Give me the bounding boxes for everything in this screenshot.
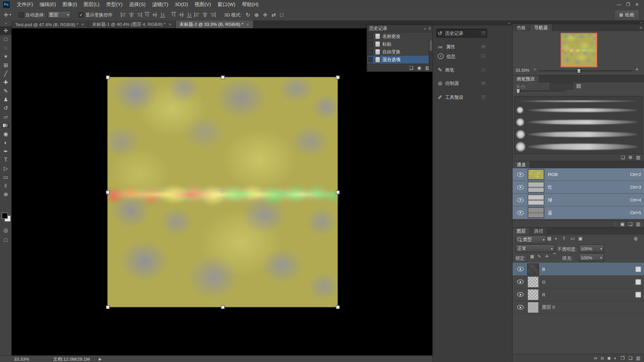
3d-rotate-icon[interactable]: ↻ [246,12,250,17]
maximize-icon[interactable]: ❐ [624,2,633,7]
brush-panel-toggle-icon[interactable]: ▤ [576,83,581,88]
collapse-panel-icon[interactable]: » [424,26,426,31]
menu-select[interactable]: 选择(S) [126,0,149,9]
menu-image[interactable]: 图像(I) [59,0,80,9]
dock-button-info[interactable]: i 信息 [436,52,487,61]
3d-roll-icon[interactable]: ⊕ [254,12,259,17]
new-document-from-state-icon[interactable]: ❏ [409,65,413,70]
3d-scale-icon[interactable]: □ [280,12,283,17]
tab-layers[interactable]: 图层 [513,228,530,235]
quick-mask-button[interactable]: ◎ [0,226,11,234]
tool-crop[interactable]: ⊞ [0,61,11,69]
layer-row-layer0[interactable]: 图层 0 [513,301,644,314]
distribute-middle-icon[interactable] [179,12,184,18]
visibility-eye-icon[interactable] [517,172,524,177]
collapse-dock-icon[interactable]: » [640,20,642,24]
load-selection-icon[interactable]: ◌ [614,222,616,226]
adjustment-layer-icon[interactable]: ◐ [614,356,617,360]
lock-transparent-icon[interactable]: ▦ [530,254,534,258]
color-swatches[interactable] [2,213,11,222]
distribute-center-icon[interactable] [202,12,208,17]
panel-menu-icon[interactable]: ≡ [637,25,644,30]
history-item-selected[interactable]: 混合选项 [367,56,433,64]
history-source-checkbox[interactable] [368,42,372,46]
tool-path-select[interactable]: ▷ [0,164,11,173]
layer-row-g[interactable]: G [513,276,644,289]
tool-dodge[interactable]: ◐ [0,138,11,147]
new-doc-icon[interactable]: ❏ [621,155,625,159]
tool-move[interactable]: ✛ [0,26,11,35]
history-item[interactable]: 粘贴 [367,40,433,48]
new-layer-icon[interactable]: ❏ [628,356,632,360]
close-tab-icon[interactable]: ✕ [169,22,172,26]
tab-paths[interactable]: 路径 [530,228,548,235]
tab-swatches[interactable]: 色板 [513,24,530,31]
save-selection-icon[interactable]: ▣ [620,222,625,226]
transform-handle-bottom-right[interactable] [336,305,340,309]
tool-marquee[interactable]: □ [0,35,11,44]
tool-pen[interactable]: ✒ [0,147,11,156]
filter-adjustment-layers-icon[interactable]: ◐ [555,236,557,241]
add-layer-mask-icon[interactable]: ◙ [608,356,610,360]
tool-lasso[interactable]: ◌ [0,44,11,52]
delete-channel-icon[interactable]: ▥ [636,222,640,226]
align-bottom-icon[interactable] [160,12,165,18]
dock-button-brush[interactable]: ✎ 画笔 [436,65,487,74]
history-source-checkbox[interactable] [368,57,372,62]
align-left-icon[interactable] [121,12,127,17]
layer-row-b-selected[interactable]: B [513,263,644,276]
status-zoom-value[interactable]: 33.33% [14,357,30,362]
align-right-icon[interactable] [137,12,142,17]
close-tab-icon[interactable]: ✕ [246,22,249,26]
transform-handle-bottom-left[interactable] [106,305,110,309]
transform-handle-middle-right[interactable] [336,190,340,194]
doc-tab-3-active[interactable]: 未标题-2 @ 33.3% (B, RGB/8) *✕ [176,20,253,28]
history-scrollbar[interactable] [429,40,432,71]
workspace-button[interactable]: ▦ 绘画 [615,10,638,19]
transform-center-point-icon[interactable]: ✛ [220,189,224,194]
auto-select-checkbox[interactable] [18,12,24,17]
filter-type-layers-icon[interactable]: T [563,236,566,241]
align-center-h-icon[interactable] [129,12,135,17]
tool-history-brush[interactable]: ↺ [0,104,11,113]
filter-pixel-layers-icon[interactable]: ▦ [547,236,551,241]
delete-brush-icon[interactable]: ▥ [636,155,640,159]
drag-grip-icon[interactable] [481,81,485,85]
new-brush-icon[interactable]: ⊞ [629,155,632,159]
transform-handle-top-center[interactable] [221,75,225,79]
drag-grip-icon[interactable] [481,32,485,35]
close-icon[interactable]: ✕ [633,2,642,7]
current-tool-icon[interactable]: ✛ [4,12,8,17]
zoom-in-mountain-icon[interactable]: ▲ [635,66,639,71]
menu-view[interactable]: 视图(V) [191,0,214,9]
scrollbar-thumb[interactable] [430,40,432,51]
visibility-eye-icon[interactable] [517,280,524,284]
menu-file[interactable]: 文件(F) [13,0,36,9]
tool-eyedropper[interactable]: ╱ [0,69,11,78]
history-item[interactable]: 自由变换 [367,48,433,56]
distribute-bottom-icon[interactable] [187,12,192,18]
visibility-eye-icon[interactable] [517,198,524,202]
close-tab-icon[interactable]: ✕ [81,22,84,26]
transform-handle-top-left[interactable] [106,75,110,79]
menu-filter[interactable]: 滤镜(T) [149,0,172,9]
tool-shape[interactable]: ▭ [0,173,11,182]
drag-grip-icon[interactable] [481,45,485,49]
transform-handle-top-right[interactable] [336,75,340,79]
menu-window[interactable]: 窗口(W) [214,0,239,9]
layer-row-r[interactable]: R [513,288,644,301]
navigator-zoom-slider[interactable] [539,71,633,72]
filter-smart-object-icon[interactable]: ▣ [578,236,583,241]
brush-stroke-preview[interactable] [528,132,638,137]
align-middle-icon[interactable] [153,12,158,18]
history-source-checkbox[interactable] [368,34,372,39]
expand-dock-icon[interactable]: » [508,21,510,25]
brush-stroke-list[interactable] [514,96,643,155]
lock-position-icon[interactable]: ✛ [545,254,548,258]
fill-dropdown[interactable]: 100%▾ [579,254,604,261]
brush-size-slider-thumb[interactable] [516,88,520,94]
new-snapshot-icon[interactable]: ◉ [417,65,421,70]
tools-collapse-icon[interactable]: » [0,20,11,26]
canvas-area[interactable]: ✛ [11,28,432,355]
channel-row-blue[interactable]: 蓝 Ctrl+5 [513,206,644,219]
